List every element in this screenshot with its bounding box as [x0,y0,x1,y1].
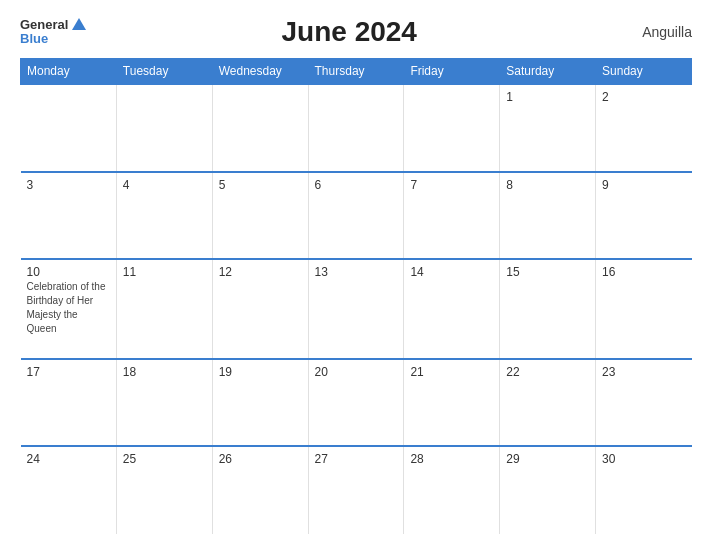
calendar-cell: 6 [308,172,404,260]
logo-blue-text: Blue [20,32,86,46]
header-friday: Friday [404,59,500,85]
header-thursday: Thursday [308,59,404,85]
calendar-cell: 25 [116,446,212,534]
week-row-3: 10Celebration of the Birthday of Her Maj… [21,259,692,359]
header: General Blue June 2024 Anguilla [20,16,692,48]
calendar-cell: 30 [596,446,692,534]
day-number: 11 [123,265,206,279]
calendar-cell: 5 [212,172,308,260]
calendar-cell: 20 [308,359,404,447]
day-number: 30 [602,452,685,466]
day-number: 12 [219,265,302,279]
calendar-title: June 2024 [86,16,612,48]
header-monday: Monday [21,59,117,85]
day-number: 19 [219,365,302,379]
day-number: 21 [410,365,493,379]
logo-general-text: General [20,18,68,32]
calendar-cell [21,84,117,172]
day-number: 16 [602,265,685,279]
day-number: 22 [506,365,589,379]
weekday-header-row: Monday Tuesday Wednesday Thursday Friday… [21,59,692,85]
calendar-cell: 2 [596,84,692,172]
day-number: 5 [219,178,302,192]
day-number: 6 [315,178,398,192]
day-number: 13 [315,265,398,279]
header-wednesday: Wednesday [212,59,308,85]
header-sunday: Sunday [596,59,692,85]
calendar-cell: 17 [21,359,117,447]
day-number: 23 [602,365,685,379]
calendar-cell: 9 [596,172,692,260]
calendar-cell: 7 [404,172,500,260]
calendar-cell [404,84,500,172]
day-number: 15 [506,265,589,279]
calendar-cell: 16 [596,259,692,359]
calendar-cell: 1 [500,84,596,172]
calendar-cell: 28 [404,446,500,534]
day-number: 27 [315,452,398,466]
calendar-cell: 23 [596,359,692,447]
calendar-cell [116,84,212,172]
logo: General Blue [20,18,86,47]
week-row-5: 24252627282930 [21,446,692,534]
day-number: 9 [602,178,685,192]
day-number: 26 [219,452,302,466]
calendar-cell: 21 [404,359,500,447]
calendar-cell: 3 [21,172,117,260]
day-number: 14 [410,265,493,279]
header-tuesday: Tuesday [116,59,212,85]
calendar-cell: 15 [500,259,596,359]
calendar-table: Monday Tuesday Wednesday Thursday Friday… [20,58,692,534]
day-number: 2 [602,90,685,104]
day-number: 4 [123,178,206,192]
calendar-cell: 24 [21,446,117,534]
week-row-2: 3456789 [21,172,692,260]
day-number: 25 [123,452,206,466]
day-number: 1 [506,90,589,104]
day-number: 18 [123,365,206,379]
calendar-cell: 14 [404,259,500,359]
day-number: 20 [315,365,398,379]
day-number: 17 [27,365,110,379]
calendar-cell: 4 [116,172,212,260]
day-number: 29 [506,452,589,466]
calendar-cell: 11 [116,259,212,359]
week-row-4: 17181920212223 [21,359,692,447]
calendar-cell: 12 [212,259,308,359]
calendar-page: General Blue June 2024 Anguilla Monday T… [0,0,712,550]
header-saturday: Saturday [500,59,596,85]
week-row-1: 12 [21,84,692,172]
calendar-cell: 22 [500,359,596,447]
calendar-cell: 26 [212,446,308,534]
day-number: 28 [410,452,493,466]
calendar-cell: 29 [500,446,596,534]
calendar-cell [308,84,404,172]
event-text: Celebration of the Birthday of Her Majes… [27,281,106,334]
calendar-cell: 10Celebration of the Birthday of Her Maj… [21,259,117,359]
day-number: 3 [27,178,110,192]
day-number: 8 [506,178,589,192]
day-number: 7 [410,178,493,192]
calendar-cell: 27 [308,446,404,534]
calendar-cell: 19 [212,359,308,447]
calendar-cell [212,84,308,172]
day-number: 10 [27,265,110,279]
calendar-cell: 8 [500,172,596,260]
logo-triangle-icon [72,18,86,30]
calendar-cell: 13 [308,259,404,359]
calendar-cell: 18 [116,359,212,447]
day-number: 24 [27,452,110,466]
country-label: Anguilla [612,24,692,40]
